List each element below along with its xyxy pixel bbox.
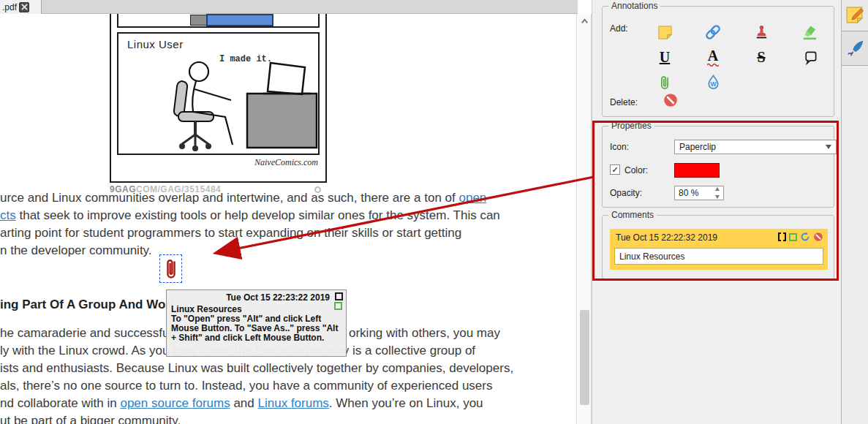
note-tooltip-title: Linux Resources [171, 304, 341, 314]
color-checkbox[interactable]: ✓ [610, 164, 620, 175]
tab-close-icon[interactable] [19, 2, 29, 12]
brackets-icon[interactable] [778, 232, 786, 241]
hyperlink-projects[interactable]: cts [0, 208, 16, 222]
comic-image: Linux User I made it. NaiveCo [110, 14, 327, 183]
color-label: Color: [624, 165, 648, 175]
comment-text-input[interactable]: Linux Resources [614, 248, 823, 265]
document-text-line: he camaraderie and successful [0, 325, 172, 342]
annotations-group: Annotations Add: U [602, 6, 834, 117]
popup-square-black-icon[interactable] [335, 292, 343, 300]
comment-card[interactable]: Tue Oct 15 22:22:32 2019 Linux Resources [610, 229, 828, 270]
add-note-icon[interactable] [641, 20, 689, 45]
document-text-line: als, there’s no one source to turn to. I… [0, 377, 492, 395]
squiggly-glyph: A [708, 48, 718, 63]
delete-label: Delete: [610, 97, 638, 107]
pen-tool-button[interactable] [842, 31, 868, 66]
document-text-line: n the developer community. [0, 242, 152, 260]
text-run: urce and Linux communities overlap and i… [0, 191, 458, 205]
document-text-line: nd collaborate with in open source forum… [0, 395, 483, 412]
paperclip-icon [164, 257, 178, 281]
square-green-icon[interactable] [789, 233, 797, 241]
tab-title: .pdf [2, 2, 17, 12]
note-tooltip: Tue Oct 15 22:23:22 2019 Linux Resources… [166, 289, 347, 357]
note-tooltip-date: Tue Oct 15 22:23:22 2019 [171, 292, 341, 303]
popup-square-green-icon[interactable] [334, 302, 342, 310]
text-run: . When you’re on Linux, you [329, 396, 483, 410]
checkmark-icon: ✓ [611, 166, 618, 174]
comment-text: Linux Resources [619, 251, 684, 262]
text-run: and [230, 396, 258, 410]
spin-up-icon[interactable] [715, 187, 720, 191]
add-attach-file-icon[interactable] [641, 69, 689, 94]
document-text-line: urce and Linux communities overlap and i… [0, 189, 486, 207]
strikeout-glyph: S [757, 50, 765, 64]
pdf-page: Linux User I made it. NaiveCo [0, 14, 577, 424]
comic-credit: NaiveComics.com [254, 157, 318, 168]
tab-bar: .pdf [0, 0, 578, 14]
annotations-sidebar: Annotations Add: U [592, 0, 841, 424]
opacity-label: Opacity: [610, 188, 642, 198]
comment-actions [778, 232, 823, 242]
comic-blue-screen [206, 14, 273, 26]
add-strikeout-icon[interactable]: S [737, 45, 785, 69]
document-heading: ing Part Of A Group And Worl [0, 298, 174, 312]
delete-comment-icon[interactable] [813, 232, 823, 242]
icon-select[interactable]: Paperclip [674, 140, 837, 154]
revert-icon[interactable] [800, 232, 810, 242]
paperclip-annotation[interactable] [159, 254, 182, 283]
note-tooltip-body: To "Open" press "Alt" and click Left Mou… [171, 314, 341, 343]
app-window: .pdf Linux User I made it. [0, 0, 868, 424]
text-run: nd collaborate with in [0, 396, 120, 410]
comic-panel-top [117, 14, 320, 28]
hyperlink-open[interactable]: open [458, 191, 486, 205]
properties-group: Properties Icon: Paperclip ✓ Color: Opac… [602, 126, 834, 208]
underline-glyph: U [660, 50, 670, 64]
toolbar-empty-section [842, 66, 868, 424]
comments-group: Comments Tue Oct 15 22:22:32 2019 Linux … [602, 215, 834, 279]
comic-laptop-hinge [190, 15, 208, 26]
hyperlink-linux-forums[interactable]: Linux forums [258, 396, 329, 410]
vertical-scrollbar[interactable] [578, 14, 592, 424]
comic-stick-figure [161, 61, 322, 154]
document-text-line: cts that seek to improve existing tools … [0, 207, 500, 224]
add-stamp-icon[interactable] [737, 20, 785, 45]
add-label: Add: [610, 23, 628, 34]
spin-down-icon[interactable] [715, 195, 720, 199]
opacity-value: 80 % [679, 188, 698, 198]
add-watermark-icon[interactable]: W [689, 69, 737, 94]
document-text-line: ists and enthusiasts. Because Linux was … [0, 360, 513, 377]
document-tab[interactable]: .pdf [0, 0, 42, 14]
delete-annotation-icon[interactable] [663, 92, 679, 110]
add-highlight-icon[interactable] [785, 20, 834, 45]
add-link-icon[interactable] [689, 20, 737, 45]
comments-group-title: Comments [608, 210, 657, 220]
edit-note-tool-icon[interactable] [845, 5, 865, 25]
properties-group-title: Properties [608, 121, 654, 131]
right-toolbar [841, 0, 868, 424]
document-text-line: orking with others, you may [349, 325, 500, 342]
add-callout-icon[interactable] [785, 45, 834, 69]
hyperlink-open-source-forums[interactable]: open source forums [120, 396, 230, 410]
add-squiggly-icon[interactable]: A [689, 45, 737, 69]
document-text-line: arting point for student programmers to … [0, 224, 461, 242]
add-underline-icon[interactable]: U [641, 45, 689, 69]
icon-select-value: Paperclip [679, 142, 716, 152]
comic-panel-title: Linux User [127, 38, 184, 50]
color-swatch[interactable] [674, 163, 720, 178]
pen-tool-icon [846, 39, 865, 58]
scrollbar-thumb[interactable] [580, 310, 589, 405]
svg-text:W: W [710, 80, 717, 88]
chevron-down-icon [826, 145, 831, 149]
opacity-spinner[interactable]: 80 % [674, 186, 724, 200]
document-text-line: ut be part of a bigger community. [0, 412, 181, 424]
spinner-arrows[interactable] [713, 187, 722, 199]
comic-panel-main: Linux User I made it. [117, 32, 320, 155]
scroll-up-icon[interactable] [580, 17, 589, 26]
icon-label: Icon: [610, 142, 629, 152]
text-run: that seek to improve existing tools or h… [16, 208, 500, 222]
annotations-group-title: Annotations [608, 1, 660, 11]
comment-date: Tue Oct 15 22:22:32 2019 [616, 232, 717, 243]
annotation-tools-grid: U A S W [641, 20, 834, 94]
